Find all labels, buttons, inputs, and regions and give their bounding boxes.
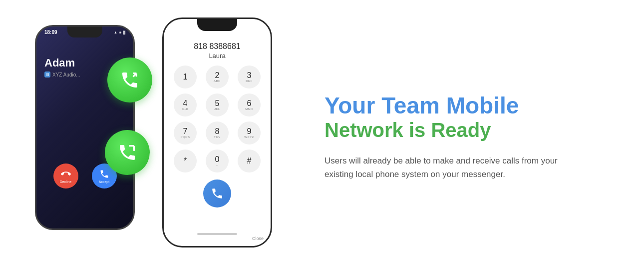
dial-key-8[interactable]: 8TUV: [206, 122, 229, 144]
back-phone-time: 18:09: [44, 30, 57, 35]
signal-icon: ▲: [114, 30, 117, 34]
heading-blue: Your Team Mobile: [324, 93, 619, 118]
dial-key-0[interactable]: 0+: [206, 150, 229, 172]
text-section: Your Team Mobile Network is Ready Users …: [300, 73, 644, 202]
xyz-icon: ▤: [44, 72, 50, 78]
back-phone-icons: ▲ ◈ ▓: [114, 30, 125, 34]
front-phone-status-bar: 10:45 ▲ ◈ ▓: [171, 22, 264, 26]
dialer-content: 818 8388681 Laura 12ABC3DEF4GHI5JKL6MNO7…: [164, 37, 271, 208]
dial-key-9[interactable]: 9WXYZ: [238, 122, 261, 144]
back-phone: 18:09 ▲ ◈ ▓ Adam ▤ XYZ Audio... Decline: [35, 25, 135, 230]
front-battery-icon: ▓: [261, 22, 264, 26]
front-signal-icon: ▲: [253, 22, 257, 26]
dial-key-6[interactable]: 6MNO: [238, 94, 261, 116]
decline-label: Decline: [60, 180, 71, 184]
close-label[interactable]: Close: [252, 236, 264, 241]
dial-key-2[interactable]: 2ABC: [206, 66, 229, 88]
dial-keypad: 12ABC3DEF4GHI5JKL6MNO7PQRS8TUV9WXYZ*0+#: [164, 60, 271, 172]
caller-app: XYZ Audio...: [52, 72, 80, 78]
heading-green: Network is Ready: [324, 118, 619, 142]
dial-key-4[interactable]: 4GHI: [174, 94, 197, 116]
front-phone-time: 10:45: [171, 22, 182, 26]
outgoing-call-button[interactable]: [105, 130, 150, 175]
dial-key-5[interactable]: 5JKL: [206, 94, 229, 116]
home-indicator: [197, 233, 237, 235]
dial-key-3[interactable]: 3DEF: [238, 66, 261, 88]
phones-illustration: 18:09 ▲ ◈ ▓ Adam ▤ XYZ Audio... Decline: [0, 0, 300, 274]
dial-call-button[interactable]: [203, 180, 231, 208]
decline-button[interactable]: Decline: [53, 164, 78, 188]
dial-key-#[interactable]: #: [238, 150, 261, 172]
battery-icon: ▓: [123, 30, 125, 34]
front-phone: 10:45 ▲ ◈ ▓ 818 8388681 Laura 12ABC3DEF4…: [162, 18, 272, 248]
description-text: Users will already be able to make and r…: [324, 154, 574, 181]
dial-key-7[interactable]: 7PQRS: [174, 122, 197, 144]
caller-name: Adam: [44, 56, 75, 70]
back-phone-status-bar: 18:09 ▲ ◈ ▓: [44, 30, 125, 35]
wifi-icon: ◈: [119, 30, 121, 34]
dial-number: 818 8388681: [194, 42, 240, 51]
dial-key-1[interactable]: 1: [174, 66, 197, 88]
dial-key-*[interactable]: *: [174, 150, 197, 172]
front-status-icons: ▲ ◈ ▓: [253, 22, 264, 26]
caller-subtitle: ▤ XYZ Audio...: [44, 72, 80, 78]
accept-label: Accept: [99, 180, 109, 184]
incoming-call-button[interactable]: [107, 58, 152, 102]
dial-contact-name: Laura: [209, 52, 225, 60]
front-wifi-icon: ◈: [258, 22, 260, 26]
